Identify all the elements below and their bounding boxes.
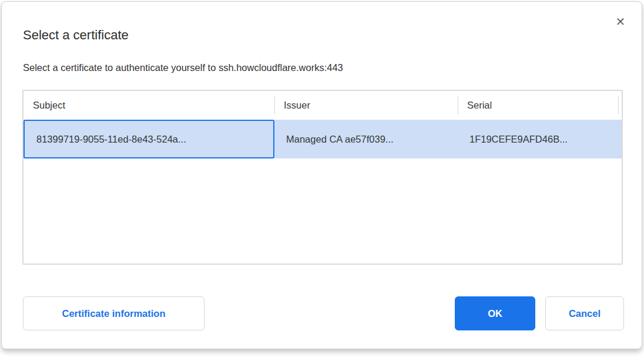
certificate-information-button[interactable]: Certificate information <box>23 296 204 330</box>
column-header-subject: Subject <box>24 91 274 120</box>
close-icon: ✕ <box>616 15 626 29</box>
certificate-table: Subject Issuer Serial 81399719-9055-11ed… <box>22 90 623 265</box>
cell-issuer[interactable]: Managed CA ae57f039... <box>274 120 458 158</box>
table-header-row: Subject Issuer Serial <box>24 91 622 120</box>
column-header-serial: Serial <box>458 91 618 120</box>
certificate-row-selected[interactable]: 81399719-9055-11ed-8e43-524a... Managed … <box>24 120 622 158</box>
dialog-subtitle: Select a certificate to authenticate you… <box>23 62 343 73</box>
ok-button[interactable]: OK <box>455 296 535 330</box>
column-header-issuer: Issuer <box>274 91 458 120</box>
certificate-dialog: ✕ Select a certificate Select a certific… <box>1 1 642 349</box>
cell-subject[interactable]: 81399719-9055-11ed-8e43-524a... <box>24 120 274 158</box>
close-button[interactable]: ✕ <box>612 13 629 30</box>
dialog-title: Select a certificate <box>23 28 129 43</box>
scrollbar-gutter <box>618 91 622 120</box>
cell-serial[interactable]: 1F19CEFE9AFD46B... <box>458 120 618 158</box>
cancel-button[interactable]: Cancel <box>545 296 624 330</box>
